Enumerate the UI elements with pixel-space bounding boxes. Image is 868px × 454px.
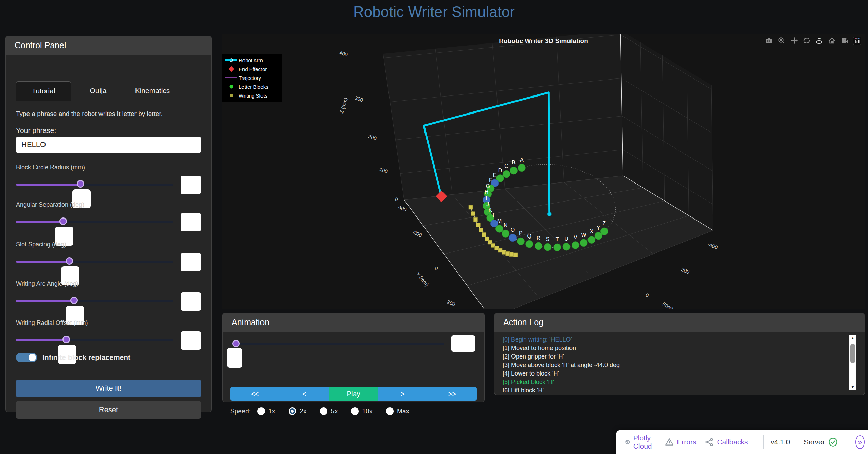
speed-option-1x[interactable]: 1x (257, 407, 275, 415)
radio-icon[interactable] (320, 407, 327, 415)
legend-item-robot-arm[interactable]: Robot Arm (224, 56, 281, 65)
letter-block-N (502, 230, 509, 237)
movie-camera-icon[interactable] (840, 37, 849, 45)
step-button[interactable]: > (378, 387, 428, 401)
action-log-scrollbar[interactable]: ▲ ▼ (849, 335, 856, 390)
slider-value-input[interactable] (181, 253, 201, 271)
slider-label: Angular Separation (deg) (16, 201, 201, 208)
3d-plot[interactable]: 4003002001000-400-2000200-400-2000Z (mm)… (222, 34, 865, 309)
axis-tick: 0 (645, 292, 650, 298)
errors-link[interactable]: Errors (665, 438, 696, 447)
axis-tick: Z (mm) (339, 97, 349, 114)
slider-value-input[interactable] (181, 213, 201, 231)
slider-value-input[interactable] (181, 331, 201, 350)
arm-base-marker (547, 212, 551, 216)
legend-item-trajectory[interactable]: Trajectory (224, 73, 281, 82)
step-button[interactable]: >> (428, 387, 477, 401)
play-button[interactable]: Play (329, 387, 378, 401)
3d-scene-canvas: 4003002001000-400-2000200-400-2000Z (mm)… (222, 34, 865, 309)
letter-label-B: B (512, 160, 516, 165)
letter-label-F: F (489, 177, 492, 183)
legend-item-letter-blocks[interactable]: Letter Blocks (224, 82, 281, 91)
scrollbar-thumb[interactable] (850, 344, 855, 363)
tab-tutorial[interactable]: Tutorial (16, 81, 71, 101)
letter-block-O (509, 234, 517, 242)
slider-value-input[interactable] (181, 176, 201, 194)
slider-row (16, 176, 201, 193)
legend-item-writing-slots[interactable]: Writing Slots (224, 91, 281, 100)
letter-label-K: K (489, 207, 492, 213)
write-button[interactable]: Write It! (16, 380, 201, 397)
radio-icon[interactable] (257, 407, 265, 415)
step-button[interactable]: << (230, 387, 279, 401)
turntable-icon[interactable]: z (815, 37, 824, 45)
plot-modebar: z (765, 37, 861, 45)
legend-item-end-effector[interactable]: End Effector (224, 65, 281, 73)
scroll-down-icon[interactable]: ▼ (849, 385, 856, 389)
speed-option-max[interactable]: Max (386, 407, 409, 415)
slider-thumb[interactable] (62, 336, 70, 343)
camera-icon[interactable] (765, 37, 773, 45)
devtools-separator (845, 435, 845, 449)
reset-button[interactable]: Reset (16, 401, 201, 419)
speed-option-5x[interactable]: 5x (320, 407, 338, 415)
server-status: Server (804, 437, 838, 447)
log-entry: [0] Begin writing: 'HELLO' (503, 335, 844, 344)
tab-kinematics[interactable]: Kinematics (125, 81, 180, 101)
speed-option-10x[interactable]: 10x (351, 407, 373, 415)
pan-icon[interactable] (790, 37, 798, 45)
slider-thumb[interactable] (70, 297, 78, 304)
log-entry: [6] Lift block 'H' (503, 386, 844, 392)
action-log-header: Action Log (494, 313, 865, 332)
radio-icon[interactable] (289, 407, 296, 415)
plotly-cloud-icon (625, 438, 630, 447)
slider-fill (16, 300, 74, 302)
letter-block-T (554, 244, 561, 251)
letter-label-X: X (590, 229, 594, 234)
slider-track[interactable] (16, 221, 173, 223)
slider-track[interactable] (16, 300, 173, 302)
axis-tick: 100 (379, 166, 388, 174)
infinite-replacement-toggle[interactable] (16, 353, 37, 362)
step-button[interactable]: < (279, 387, 329, 401)
letter-label-U: U (564, 236, 568, 242)
radio-icon[interactable] (386, 407, 394, 415)
animation-slider[interactable] (231, 343, 444, 345)
plotly-logo-icon[interactable] (853, 37, 861, 45)
letter-block-M (495, 225, 503, 232)
animation-slider-thumb[interactable] (232, 340, 240, 347)
scroll-up-icon[interactable]: ▲ (849, 336, 856, 340)
letter-label-T: T (556, 237, 559, 242)
speed-label: Speed: (230, 407, 251, 415)
letter-block-S (544, 243, 551, 251)
slider-thumb[interactable] (77, 180, 84, 188)
slider-thumb[interactable] (59, 217, 67, 225)
action-log-list: [0] Begin writing: 'HELLO'[1] Moved to h… (503, 335, 844, 392)
tab-ouija[interactable]: Ouija (71, 81, 125, 101)
letter-label-S: S (546, 236, 550, 242)
devtools-collapse-button[interactable]: » (855, 435, 865, 449)
axis-tick: 400 (339, 50, 348, 58)
slider-fill (16, 339, 66, 341)
slider-track[interactable] (16, 339, 173, 341)
animation-frame-input[interactable] (451, 335, 475, 352)
tutorial-description: Type a phrase and the robot writes it le… (16, 110, 163, 118)
log-entry: [1] Moved to home position (503, 344, 844, 352)
callbacks-link[interactable]: Callbacks (705, 438, 748, 447)
letter-block-A (518, 164, 525, 172)
letter-label-E: E (493, 172, 497, 178)
axis-tick: 200 (367, 133, 377, 141)
slider-thumb[interactable] (66, 257, 73, 265)
home-icon[interactable] (828, 37, 836, 45)
slider-value-input[interactable] (181, 292, 201, 311)
phrase-input[interactable] (16, 137, 201, 153)
slider-track[interactable] (16, 184, 173, 186)
slider-track[interactable] (16, 261, 173, 263)
writing-slot (479, 228, 483, 232)
speed-option-2x[interactable]: 2x (289, 407, 306, 415)
zoom-icon[interactable] (778, 37, 786, 45)
orbit-icon[interactable] (803, 37, 811, 45)
radio-icon[interactable] (351, 407, 359, 415)
control-panel-body: TutorialOuijaKinematics Type a phrase an… (16, 55, 201, 412)
radio-label: 1x (268, 407, 275, 415)
